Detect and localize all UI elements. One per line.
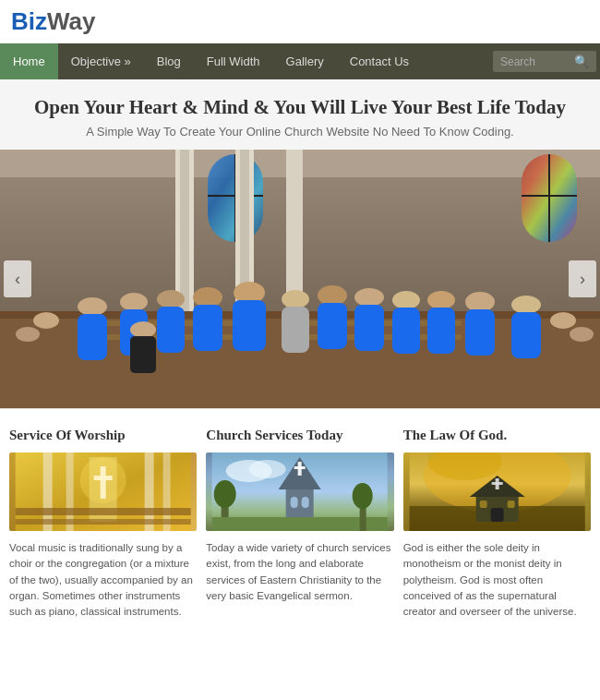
logo-way: Way [47,7,96,35]
svg-point-63 [249,460,286,478]
svg-point-26 [193,287,222,308]
svg-rect-70 [291,497,298,508]
law-image [403,453,591,531]
svg-point-36 [392,291,420,309]
svg-point-30 [282,290,309,308]
svg-point-24 [157,290,185,308]
column-services: Church Services Today [206,428,393,620]
column-worship: Service Of Worship [9,428,197,620]
svg-rect-37 [392,308,420,354]
svg-rect-82 [491,482,502,485]
services-title: Church Services Today [206,428,393,443]
hero-section: Open Your Heart & Mind & You Will Live Y… [0,79,600,150]
svg-rect-83 [490,508,503,522]
svg-point-74 [353,483,373,509]
svg-point-46 [16,327,40,342]
svg-point-38 [427,291,455,309]
nav-items: Home Objective » Blog Full Width Gallery… [0,43,489,79]
nav-gallery[interactable]: Gallery [273,43,337,79]
feature-columns: Service Of Worship [0,408,600,638]
svg-rect-58 [16,508,191,515]
svg-rect-10 [180,150,189,334]
svg-rect-21 [78,314,107,360]
svg-point-32 [318,285,347,306]
svg-rect-35 [354,305,384,351]
svg-point-65 [214,480,236,508]
worship-image [9,453,197,531]
hero-subheading: A Simple Way To Create Your Online Churc… [18,125,582,139]
svg-point-48 [130,321,156,338]
svg-rect-85 [507,501,514,508]
svg-point-44 [33,312,59,329]
svg-rect-39 [427,308,455,354]
services-image [206,453,393,531]
worship-title: Service Of Worship [9,428,197,443]
image-slider: ‹ › [0,150,600,408]
nav-contact-us[interactable]: Contact Us [337,43,422,79]
slider-image [0,150,600,408]
main-nav: Home Objective » Blog Full Width Gallery… [0,43,600,79]
svg-point-20 [78,297,107,316]
svg-rect-69 [294,466,306,469]
svg-point-40 [465,292,495,312]
law-title: The Law Of God. [403,428,591,443]
svg-rect-84 [479,501,486,508]
nav-full-width[interactable]: Full Width [194,43,273,79]
services-description: Today a wide variety of church services … [206,540,393,604]
svg-rect-31 [282,307,309,353]
logo-biz: Biz [11,7,47,35]
svg-point-42 [511,296,541,314]
svg-point-22 [120,293,148,311]
carousel-prev-button[interactable]: ‹ [4,260,31,297]
svg-rect-49 [130,336,156,373]
svg-point-34 [354,288,384,307]
svg-rect-43 [511,312,541,358]
svg-point-60 [80,457,126,503]
svg-rect-13 [286,150,303,307]
svg-rect-27 [193,305,222,351]
carousel-next-button[interactable]: › [569,260,596,297]
column-law: The Law Of God. [403,428,591,620]
svg-rect-59 [16,519,191,525]
svg-rect-25 [157,307,185,353]
search-icon[interactable]: 🔍 [574,54,589,68]
site-header: BizWay [0,0,600,43]
svg-rect-33 [318,303,347,349]
svg-point-45 [550,312,576,329]
nav-home[interactable]: Home [0,43,58,79]
svg-point-47 [570,327,594,342]
law-description: God is either the sole deity in monothei… [403,540,591,620]
svg-rect-71 [302,497,309,508]
nav-blog[interactable]: Blog [144,43,194,79]
search-input[interactable] [500,55,574,68]
svg-rect-29 [233,300,266,351]
worship-description: Vocal music is traditionally sung by a c… [9,540,197,620]
nav-search-box: 🔍 [493,51,596,72]
hero-heading: Open Your Heart & Mind & You Will Live Y… [18,96,582,119]
svg-rect-41 [465,309,495,356]
nav-objective[interactable]: Objective » [58,43,144,79]
site-logo: BizWay [11,7,589,36]
